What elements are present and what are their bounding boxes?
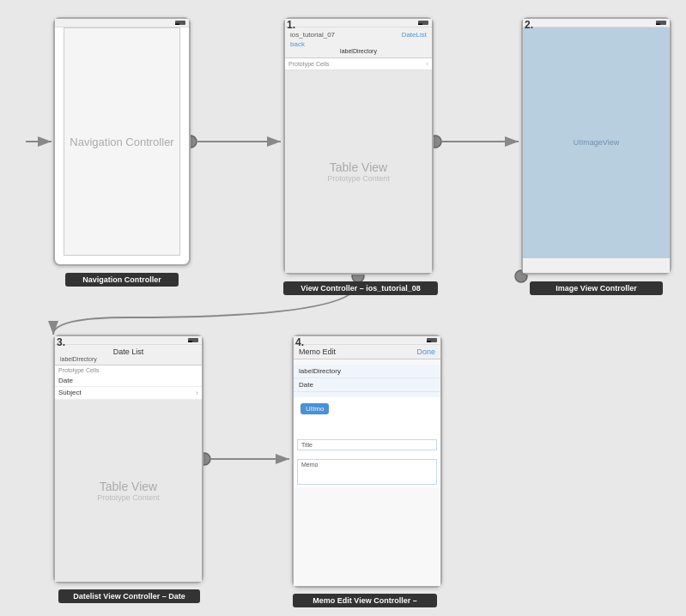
memo-navbar: Memo Edit Done bbox=[294, 345, 440, 359]
memo-vc-frame: ▬ Memo Edit Done labelDirectory Date UII… bbox=[292, 335, 442, 588]
memo-vc-label: Memo Edit View Controller – bbox=[293, 594, 437, 607]
datelist-tv-sub: Prototype Content bbox=[97, 493, 160, 502]
image-vc-frame: ▬ UIImageView bbox=[521, 17, 671, 275]
datelist-tv-label: Table View bbox=[100, 480, 157, 493]
memo-date-field: Date bbox=[294, 378, 440, 392]
date-cell-row: Date bbox=[55, 375, 202, 387]
datelist-proto-label: Prototype Cells bbox=[55, 365, 202, 375]
memo-title-field[interactable]: Title bbox=[297, 439, 437, 450]
datelist-status-bar: ▬ bbox=[55, 336, 202, 345]
step4-num: 4. bbox=[295, 336, 304, 348]
app-title: ios_tutorial_07 bbox=[290, 31, 335, 39]
step1-num: 1. bbox=[287, 19, 295, 31]
vc-ios-frame: ▬ ios_tutorial_07 DateList back labelDir… bbox=[283, 17, 434, 275]
memo-status-bar: ▬ bbox=[294, 336, 440, 345]
memo-title: Memo Edit bbox=[299, 347, 336, 356]
image-bottom-bar bbox=[523, 257, 670, 273]
memo-memo-field[interactable]: Memo bbox=[297, 459, 437, 485]
image-area: UIImageView bbox=[523, 27, 670, 257]
datelist-status-icon: ▬ bbox=[188, 338, 198, 342]
step2-num: 2. bbox=[525, 19, 533, 31]
table-view-label: Table View bbox=[330, 160, 387, 174]
memo-label-directory: labelDirectory bbox=[294, 365, 440, 378]
subject-cell-row: Subject › bbox=[55, 387, 202, 400]
memo-spacer4 bbox=[294, 453, 440, 456]
memo-status-icon: ▬ bbox=[427, 338, 437, 342]
nav-controller-text: Navigation Controller bbox=[70, 136, 173, 148]
date-list-link[interactable]: DateList bbox=[402, 31, 427, 39]
status-icon: ▬ bbox=[175, 21, 185, 25]
datelist-sublabel: labelDirectory bbox=[60, 356, 197, 362]
vc-ios-status-icon: ▬ bbox=[418, 21, 428, 25]
datelist-navbar: Date List labelDirectory bbox=[55, 345, 202, 365]
nav-status-bar: ▬ bbox=[55, 19, 189, 27]
datelist-table-area: Table View Prototype Content bbox=[55, 400, 202, 582]
back-btn[interactable]: back bbox=[290, 40, 427, 48]
image-vc-label: Image View Controller bbox=[530, 281, 663, 295]
nav-controller-inner: Navigation Controller bbox=[64, 27, 180, 256]
chevron-icon: › bbox=[426, 60, 428, 68]
image-status-icon: ▬ bbox=[656, 21, 666, 25]
nav-controller-frame: ▬ Navigation Controller bbox=[53, 17, 191, 266]
memo-done-btn[interactable]: Done bbox=[416, 347, 435, 356]
image-vc-status-bar: ▬ bbox=[523, 19, 670, 27]
memo-spacer3 bbox=[294, 420, 440, 437]
vc-ios-label: View Controller – ios_tutorial_08 bbox=[283, 281, 438, 295]
canvas: 1. 2. 3. 4. ▬ Navigation Controller Navi… bbox=[0, 0, 686, 616]
ullmo-btn[interactable]: UIImo bbox=[301, 403, 329, 414]
memo-btn-area: UIImo bbox=[294, 397, 440, 420]
datelist-vc-label: Datelist View Controller – Date bbox=[58, 589, 200, 603]
subject-chevron: › bbox=[196, 389, 198, 397]
memo-bottom-area bbox=[294, 487, 440, 586]
datelist-vc-frame: ▬ Date List labelDirectory Prototype Cel… bbox=[53, 335, 203, 583]
step3-num: 3. bbox=[57, 336, 65, 348]
table-view-sub: Prototype Content bbox=[327, 174, 390, 183]
ui-image-view-label: UIImageView bbox=[574, 138, 619, 147]
table-view-area: Table View Prototype Content bbox=[285, 70, 432, 273]
datelist-title: Date List bbox=[60, 347, 197, 356]
label-directory: labelDirectory bbox=[290, 48, 427, 54]
vc-ios-navbar: ios_tutorial_07 DateList back labelDirec… bbox=[285, 27, 432, 58]
vc-ios-status-bar: ▬ bbox=[285, 19, 432, 27]
nav-controller-label: Navigation Controller bbox=[65, 273, 179, 287]
prototype-cells-row: Prototype Cells › bbox=[285, 58, 432, 70]
